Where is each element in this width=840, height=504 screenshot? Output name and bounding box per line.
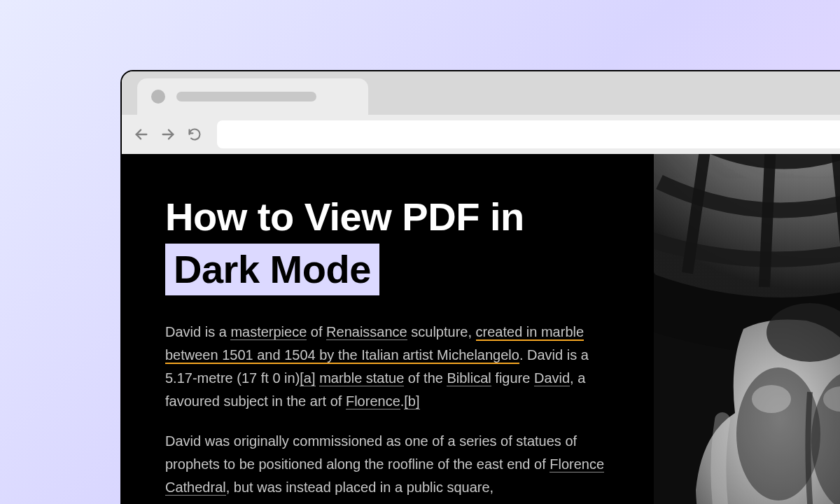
svg-line-5 xyxy=(764,154,771,287)
tab-favicon xyxy=(151,90,165,104)
pdf-content: How to View PDF in Dark Mode David is a … xyxy=(122,154,840,504)
link-biblical[interactable]: Biblical xyxy=(447,370,491,386)
footnote-b[interactable]: [b] xyxy=(404,393,419,410)
back-button[interactable] xyxy=(132,125,151,144)
heading-highlighted: Dark Mode xyxy=(165,244,379,295)
sculpture-illustration xyxy=(654,154,840,504)
article-image xyxy=(654,154,840,504)
url-bar[interactable] xyxy=(217,120,840,148)
paragraph-1: David is a masterpiece of Renaissance sc… xyxy=(165,321,610,413)
article-body: David is a masterpiece of Renaissance sc… xyxy=(165,321,610,499)
link-italian[interactable]: Italian xyxy=(361,347,398,364)
forward-button[interactable] xyxy=(158,125,178,144)
link-marble-statue[interactable]: marble statue xyxy=(319,370,404,386)
tab-title-placeholder xyxy=(176,92,316,102)
link-david[interactable]: David xyxy=(534,370,570,386)
heading-line1: How to View PDF in xyxy=(165,195,524,239)
link-masterpiece[interactable]: masterpiece xyxy=(230,324,307,340)
link-renaissance[interactable]: Renaissance xyxy=(326,324,407,340)
reload-button[interactable] xyxy=(185,125,204,144)
article-text-column: How to View PDF in Dark Mode David is a … xyxy=(122,154,654,504)
svg-point-11 xyxy=(752,385,791,413)
paragraph-2: David was originally commissioned as one… xyxy=(165,430,610,499)
browser-window: How to View PDF in Dark Mode David is a … xyxy=(120,70,840,504)
tab-bar xyxy=(122,71,840,115)
footnote-a[interactable]: [a] xyxy=(300,370,315,386)
browser-tab[interactable] xyxy=(137,78,368,115)
link-florence[interactable]: Florence xyxy=(346,393,400,410)
reload-icon xyxy=(188,127,202,141)
browser-toolbar xyxy=(122,115,840,154)
article-heading: How to View PDF in Dark Mode xyxy=(165,190,610,295)
arrow-right-icon xyxy=(160,127,176,142)
link-michelangelo[interactable]: Michelangelo xyxy=(437,347,519,364)
arrow-left-icon xyxy=(134,127,149,142)
